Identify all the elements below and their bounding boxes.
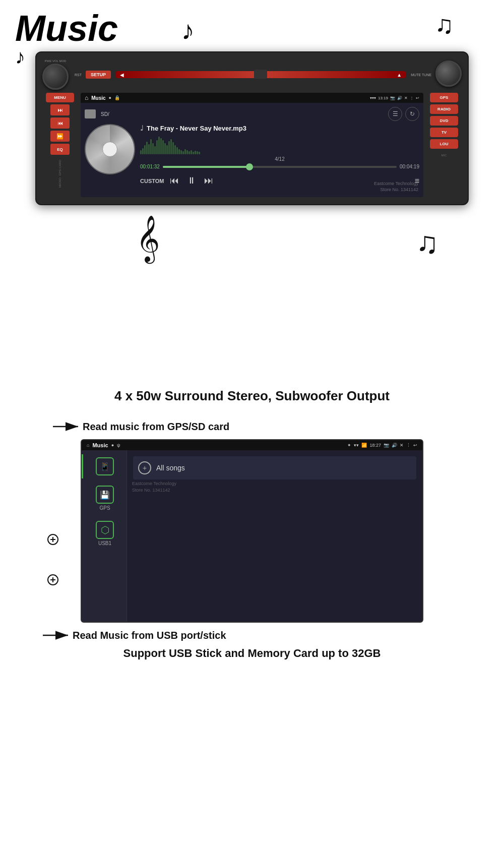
time-current: 00:01:32 xyxy=(140,164,160,169)
screen2-bt-icon: ✦ xyxy=(347,443,351,448)
screen2-main-content: + All songs Eastcome Technology Store No… xyxy=(127,450,422,622)
screen2-time: 18:27 xyxy=(369,443,381,448)
add-all-icon[interactable]: + xyxy=(138,461,151,474)
tv-button[interactable]: TV xyxy=(430,128,458,137)
gps-button[interactable]: GPS xyxy=(430,93,458,102)
sidebar-item-usb1[interactable]: ⬡ USB1 xyxy=(82,518,127,549)
red-display-bar: ◀ ▲ xyxy=(116,71,406,78)
screen2-watermark-line1: Eastcome Technology xyxy=(132,480,176,487)
screen2-home-icon[interactable]: ⌂ xyxy=(87,443,89,448)
setup-button[interactable]: SETUP xyxy=(86,71,111,79)
camera-icon: 📷 xyxy=(390,96,395,100)
gps-sd-label: Read music from GPS/SD card xyxy=(83,421,229,433)
menu-button[interactable]: MENU xyxy=(46,93,74,102)
music-note-bottom-right: ♫ xyxy=(416,225,438,260)
refresh-icon[interactable]: ↻ xyxy=(405,107,419,121)
music-note-top-center: ♪ xyxy=(181,15,195,45)
mute-tune-label: MUTE TUNE xyxy=(411,73,431,77)
top-section: ♪ ♪ ♫ Music PWE VOL MOD RST SETUP ◀ xyxy=(0,0,504,383)
music-screen: ⌂ Music ● 🔒 ▾▾▾ 13:19 📷 🔊 ✕ ⋮ ↩ xyxy=(81,93,423,197)
watermark-line1: Eastcome Technology xyxy=(374,181,418,187)
next-button[interactable]: ⏭ xyxy=(204,175,213,186)
list-icon[interactable]: ☰ xyxy=(388,107,402,121)
screen2-status-bar: ⌂ Music ● ψ ✦ ▾▾ 📶 18:27 📷 🔊 ✕ ⋮ ↩ xyxy=(82,440,422,450)
gps-item-wrapper: 💾 GPS xyxy=(82,483,127,514)
lock-icon: 🔒 xyxy=(114,95,120,100)
dvd-button[interactable]: DVD xyxy=(430,116,458,126)
arrow-icon-1 xyxy=(50,419,81,434)
all-songs-label: All songs xyxy=(156,464,185,472)
screen2-cam-icon: 📷 xyxy=(384,443,389,448)
micro-label: MICRO xyxy=(58,177,61,188)
sidebar-item-gps[interactable]: 💾 GPS xyxy=(82,483,127,514)
song-title-text: The Fray - Never Say Never.mp3 xyxy=(147,125,246,132)
screen2-watermark: Eastcome Technology Store No. 1341142 xyxy=(132,480,176,493)
track-counter: 4/12 xyxy=(140,156,419,162)
screen2-x-icon: ✕ xyxy=(400,443,404,448)
bottom-section: Read music from GPS/SD card ⌂ Music ● ψ … xyxy=(0,414,504,675)
screen2-back-icon[interactable]: ↩ xyxy=(413,443,417,448)
left-button-panel: MENU ⏭ ⏮ ⏩ EQ GPS CARD MICRO xyxy=(42,93,78,197)
screen-app-name: Music xyxy=(91,95,105,101)
active-item-icon: 📱 xyxy=(96,457,114,475)
radio-button[interactable]: RADIO xyxy=(430,104,458,114)
screen2-vol-icon: 🔊 xyxy=(392,443,397,448)
wifi-icon: ▾▾▾ xyxy=(370,96,376,100)
skip-prev-button[interactable]: ⏮ xyxy=(50,117,70,129)
screen-path-row: SD/ ☰ ↻ xyxy=(85,107,419,121)
status-icons: ▾▾▾ 13:19 📷 🔊 ✕ ⋮ ↩ xyxy=(370,96,419,100)
progress-fill xyxy=(163,166,249,168)
usb-plus-svg xyxy=(45,572,60,587)
progress-thumb[interactable] xyxy=(246,163,253,170)
mic-label: MIC xyxy=(442,154,447,157)
gps-item-icon: 💾 xyxy=(96,486,114,504)
music-note-top-right: ♫ xyxy=(435,10,454,39)
sidebar-item-active[interactable]: 📱 xyxy=(82,454,127,478)
song-title-row: ♩ The Fray - Never Say Never.mp3 xyxy=(140,124,419,132)
arrow-label-row-2: Read Music from USB port/stick xyxy=(40,628,484,643)
stereo-feature-text: 4 x 50w Surround Stereo, Subwoofer Outpu… xyxy=(0,383,504,414)
right-button-panel: GPS RADIO DVD TV LOU MIC xyxy=(426,93,462,197)
album-center-hole xyxy=(102,142,117,157)
treble-clef-icon: 𝄞 xyxy=(136,215,160,262)
music-screen-content: SD/ ☰ ↻ xyxy=(81,103,423,197)
time-total: 00:04:19 xyxy=(400,164,419,169)
left-knob[interactable] xyxy=(42,64,69,90)
usb-port-label: Read Music from USB port/stick xyxy=(73,630,226,641)
usb1-item-label: USB1 xyxy=(98,540,111,546)
decorative-notes-area: 𝄞 ♫ xyxy=(15,215,489,276)
support-text: Support USB Stick and Memory Card up to … xyxy=(20,643,484,665)
screen2-sidebar: 📱 💾 GPS ⬡ USB1 xyxy=(82,450,127,622)
album-art-inner xyxy=(86,125,134,173)
back-icon[interactable]: ↩ xyxy=(416,96,419,100)
all-songs-row[interactable]: + All songs xyxy=(133,456,416,479)
skip-next-button[interactable]: ⏭ xyxy=(50,104,70,115)
usb-plus-indicator xyxy=(45,572,60,587)
arrow-icon-2 xyxy=(40,628,71,643)
pwe-vol-label: PWE VOL MOD xyxy=(45,59,67,63)
prev-button[interactable]: ⏮ xyxy=(170,175,179,186)
lou-button[interactable]: LOU xyxy=(430,139,458,149)
waveform-display xyxy=(140,134,419,154)
home-icon[interactable]: ⌂ xyxy=(85,94,88,101)
custom-label: CUSTOM xyxy=(140,178,164,184)
eq-button[interactable]: EQ xyxy=(50,144,70,155)
fast-forward-button[interactable]: ⏩ xyxy=(50,131,70,142)
close-icon: ✕ xyxy=(404,96,408,100)
more-icon: ⋮ xyxy=(410,96,414,100)
screen2-signal-icon: 📶 xyxy=(361,443,367,448)
screen2-body: 📱 💾 GPS ⬡ USB1 xyxy=(82,450,422,622)
gps-plus-svg xyxy=(45,532,60,547)
folder-icon xyxy=(85,109,96,118)
usb1-item-wrapper: ⬡ USB1 xyxy=(82,518,127,549)
music-player-area: ♩ The Fray - Never Say Never.mp3 xyxy=(85,124,419,189)
progress-bar[interactable] xyxy=(163,166,397,168)
path-text: SD/ xyxy=(101,111,109,117)
right-knob[interactable] xyxy=(435,61,462,87)
page-title: Music xyxy=(15,10,489,46)
music-note-top-left: ♪ xyxy=(15,45,25,68)
rst-label: RST xyxy=(75,73,82,77)
play-pause-button[interactable]: ⏸ xyxy=(187,175,196,186)
head-unit: PWE VOL MOD RST SETUP ◀ ▲ MUTE TUNE xyxy=(35,51,469,205)
volume-icon: 🔊 xyxy=(397,96,402,100)
